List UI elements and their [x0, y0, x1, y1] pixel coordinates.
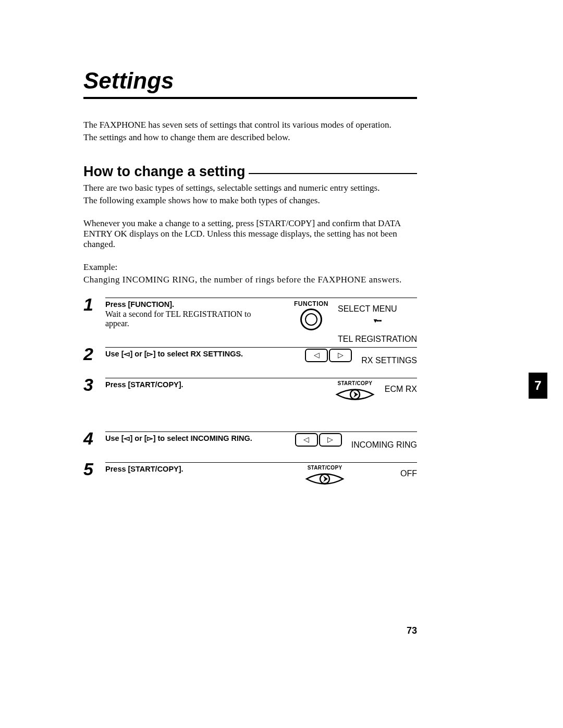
chapter-title: Settings	[83, 68, 500, 94]
steps-list: 1 Press [FUNCTION]. Wait a second for TE…	[83, 298, 417, 490]
manual-page: Settings The FAXPHONE has seven sets of …	[83, 68, 500, 552]
function-button-label: FUNCTION	[294, 300, 328, 307]
step-subtext: Wait a second for TEL REGISTRATION to ap…	[105, 310, 262, 328]
title-rule	[83, 97, 417, 99]
lcd-line: RX SETTINGS	[361, 356, 417, 365]
instr-text: ] or [	[130, 434, 146, 442]
example-text: Changing INCOMING RING, the number of ri…	[83, 275, 417, 285]
startcopy-button-icon: START/COPY	[304, 465, 345, 487]
lcd-line: ECM RX	[385, 385, 417, 394]
step-3: 3 Press [START/COPY]. START/COPY	[83, 378, 417, 405]
left-right-keys-icon: ◁ ▷	[295, 433, 342, 447]
step-instruction: Press [START/COPY].	[105, 380, 262, 389]
left-key-icon: ◁	[295, 433, 318, 447]
lcd-line: INCOMING RING	[351, 440, 417, 450]
instr-text: Use [	[105, 350, 124, 358]
step-number: 5	[83, 460, 100, 478]
section-underscore	[249, 173, 417, 174]
step-instruction: Press [START/COPY].	[105, 465, 262, 473]
lcd-line: SELECT MENU	[338, 304, 417, 314]
step-number: 4	[83, 429, 100, 447]
startcopy-label: START/COPY	[304, 465, 345, 471]
instr-text: ] or [	[130, 350, 146, 358]
step-1: 1 Press [FUNCTION]. Wait a second for TE…	[83, 298, 417, 347]
wait-icon: ▾▪▪▪	[338, 317, 417, 324]
step-instruction: Use [◅] or [▻] to select RX SETTINGS.	[105, 350, 262, 358]
instr-text: ] to select RX SETTINGS.	[153, 350, 243, 358]
step-4: 4 Use [◅] or [▻] to select INCOMING RING…	[83, 431, 417, 453]
lcd-line: OFF	[354, 469, 417, 478]
left-key-icon: ◁	[305, 349, 328, 362]
startcopy-button-icon: START/COPY	[335, 380, 375, 402]
startcopy-label: START/COPY	[335, 380, 375, 386]
intro-line-1: The FAXPHONE has seven sets of settings …	[83, 120, 417, 130]
right-key-icon: ▷	[329, 349, 352, 362]
section-p3: Whenever you make a change to a setting,…	[83, 218, 417, 250]
right-key-glyph: ▻	[147, 434, 153, 442]
step-number: 2	[83, 345, 100, 363]
left-right-keys-icon: ◁ ▷	[305, 349, 352, 362]
step-instruction: Press [FUNCTION].	[105, 300, 262, 309]
step-2: 2 Use [◅] or [▻] to select RX SETTINGS. …	[83, 347, 417, 368]
example-label: Example:	[83, 262, 417, 273]
function-button-icon: FUNCTION	[294, 300, 328, 330]
lcd-line: TEL REGISTRATION	[338, 335, 417, 344]
right-key-glyph: ▻	[147, 350, 153, 358]
section-p1: There are two basic types of settings, s…	[83, 183, 417, 193]
step-number: 1	[83, 295, 100, 313]
instr-text: ] to select INCOMING RING.	[153, 434, 252, 442]
left-key-glyph: ◅	[124, 434, 130, 442]
right-key-icon: ▷	[319, 433, 342, 447]
instr-text: Use [	[105, 434, 124, 442]
intro-line-2: The settings and how to change them are …	[83, 132, 417, 143]
chapter-tab: 7	[529, 373, 547, 399]
left-key-glyph: ◅	[124, 350, 130, 358]
section-heading: How to change a setting	[83, 164, 417, 180]
section-title: How to change a setting	[83, 164, 246, 180]
page-number: 73	[83, 625, 417, 636]
step-5: 5 Press [START/COPY]. START/COPY	[83, 462, 417, 490]
step-number: 3	[83, 376, 100, 393]
step-instruction: Use [◅] or [▻] to select INCOMING RING.	[105, 434, 262, 442]
section-p2: The following example shows how to make …	[83, 195, 417, 206]
